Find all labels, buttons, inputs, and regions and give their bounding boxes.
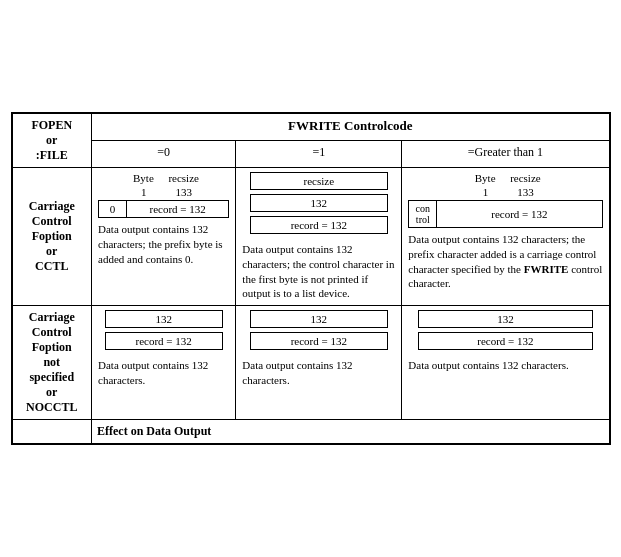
- recsize-label: recsize: [168, 172, 199, 184]
- byte-num: 1: [129, 186, 159, 198]
- recsize-num2: 133: [510, 186, 540, 198]
- footer-empty: [12, 420, 92, 445]
- subheader-row: =0 =1 =Greater than 1: [12, 141, 610, 167]
- top-box-r2c1: 132: [250, 310, 388, 328]
- desc-r1c2: Data output contains 132 characters; the…: [408, 232, 602, 291]
- record-box-r1c1: 132: [250, 194, 388, 212]
- row1: CarriageControlFoptionorCCTL Byte recsiz…: [12, 167, 610, 305]
- cell-r1c0: Byte recsize 1 133 0 record = 132 Data o…: [92, 167, 236, 305]
- record-box-r2c1: record = 132: [250, 332, 388, 350]
- main-table: FOPENor:FILE FWRITE Controlcode =0 =1 =G…: [11, 112, 611, 445]
- record-text-r1c1: record = 132: [250, 216, 388, 234]
- record-box-r2c0: record = 132: [105, 332, 223, 350]
- row1-label: CarriageControlFoptionorCCTL: [12, 167, 92, 305]
- desc-r2c1: Data output contains 132 characters.: [242, 358, 395, 388]
- row2: CarriageControlFoptionnotspecifiedorNOCC…: [12, 306, 610, 420]
- byte-num2: 1: [470, 186, 500, 198]
- record-box-r1c2: control record = 132: [408, 200, 602, 228]
- top-box-r2c2: 132: [418, 310, 593, 328]
- fwrite-title: FWRITE Controlcode: [92, 113, 610, 141]
- cell-r1c1: recsize 132 record = 132 Data output con…: [236, 167, 402, 305]
- recsize-num: 133: [169, 186, 199, 198]
- byte-num-row-r1c2: 1 133: [408, 186, 602, 198]
- footer-label: Effect on Data Output: [92, 420, 610, 445]
- desc-r1c1: Data output contains 132 characters; the…: [242, 242, 395, 301]
- box-left-r1c2: control: [409, 201, 437, 227]
- cell-r1c2: Byte recsize 1 133 control record = 132 …: [402, 167, 610, 305]
- box-right-r1c2: record = 132: [437, 206, 601, 222]
- cell-r2c2: 132 record = 132 Data output contains 13…: [402, 306, 610, 420]
- byte-row-r1c2: Byte recsize: [408, 172, 602, 184]
- recsize-label2: recsize: [510, 172, 541, 184]
- cell-r2c1: 132 record = 132 Data output contains 13…: [236, 306, 402, 420]
- col0-header: =0: [92, 141, 236, 167]
- footer-row: Effect on Data Output: [12, 420, 610, 445]
- header-row: FOPENor:FILE FWRITE Controlcode: [12, 113, 610, 141]
- byte-num-row-r1c0: 1 133: [98, 186, 229, 198]
- top-box-r1c1: recsize: [250, 172, 388, 190]
- col1-header: =1: [236, 141, 402, 167]
- byte-label: Byte: [128, 172, 158, 184]
- box-left-r1c0: 0: [99, 201, 127, 217]
- byte-row-r1c0: Byte recsize: [98, 172, 229, 184]
- fopen-label: FOPENor:FILE: [12, 113, 92, 168]
- row2-label: CarriageControlFoptionnotspecifiedorNOCC…: [12, 306, 92, 420]
- box-right-r1c0: record = 132: [127, 201, 228, 217]
- desc-r1c0: Data output contains 132 characters; the…: [98, 222, 229, 267]
- top-box-r2c0: 132: [105, 310, 223, 328]
- record-box-r2c2: record = 132: [418, 332, 593, 350]
- cell-r2c0: 132 record = 132 Data output contains 13…: [92, 306, 236, 420]
- desc-r2c0: Data output contains 132 characters.: [98, 358, 229, 388]
- byte-label2: Byte: [470, 172, 500, 184]
- desc-r2c2: Data output contains 132 characters.: [408, 358, 602, 373]
- record-box-r1c0: 0 record = 132: [98, 200, 229, 218]
- col2-header: =Greater than 1: [402, 141, 610, 167]
